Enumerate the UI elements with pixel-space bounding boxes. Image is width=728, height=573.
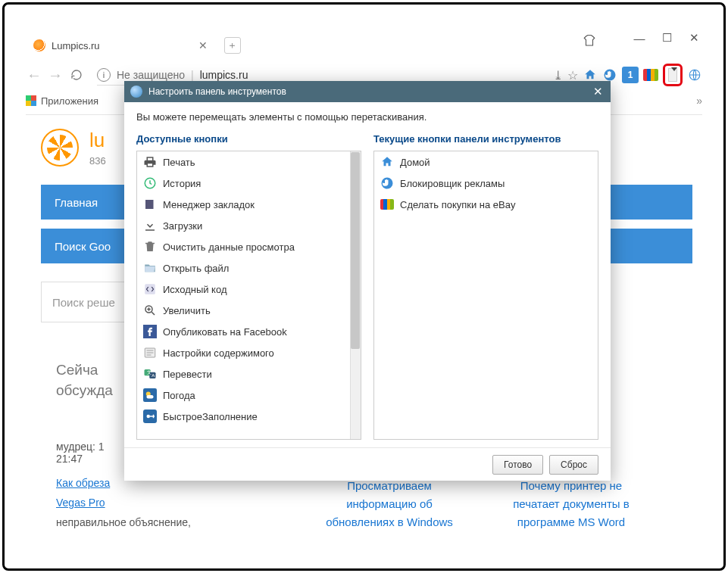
toolbar-item-translate[interactable]: 文AПеревести [137,363,350,385]
svg-point-14 [147,415,151,419]
site-counter: 836 [89,155,106,167]
toolbar-item-downloads[interactable]: Загрузки [137,215,350,236]
facebook-icon [143,325,157,338]
toolbar-item-facebook[interactable]: Опубликовать на Facebook [137,321,350,342]
toolbar-item-label: БыстроеЗаполнение [163,411,258,422]
done-button[interactable]: Готово [492,455,543,475]
toolbar-item-content[interactable]: Настройки содержимого [137,342,350,363]
dialog-description: Вы можете перемещать элементы с помощью … [124,102,611,126]
svg-text:A: A [152,373,155,378]
toolbar-item-label: Увеличить [163,305,211,316]
toolbar-item-label: Исходный код [163,284,227,295]
toolbar-item-print[interactable]: Печать [137,151,350,173]
toolbar-item-label: Очистить данные просмотра [163,241,295,253]
discuss-heading: Сейча обсужда [56,360,113,400]
clear-icon [143,240,157,254]
toolbar-item-zoom[interactable]: Увеличить [137,300,350,321]
svg-text:文: 文 [147,369,152,375]
history-icon [143,176,157,190]
translate-icon: 文A [143,367,157,381]
toolbar-item-home[interactable]: Домой [374,151,598,173]
customize-toolbar-dialog: Настроить панель инструментов ✕ Вы может… [124,81,611,481]
open-icon [143,261,157,275]
tab-favicon [33,39,45,51]
toolbar-item-label: История [163,178,201,189]
toolbar-item-ebay[interactable]: Сделать покупки на eBay [374,194,598,215]
toolbar-item-clear[interactable]: Очистить данные просмотра [137,236,350,257]
security-label: Не защищено [117,69,185,81]
window-minimize-button[interactable]: — [634,33,645,43]
article-link[interactable]: Просматриваеминформацию обобновлениях в … [314,477,465,531]
toolbar-item-history[interactable]: История [137,173,350,194]
dialog-titlebar[interactable]: Настроить панель инструментов ✕ [124,81,611,102]
toolbar-item-label: Опубликовать на Facebook [163,326,287,338]
ebay-icon[interactable] [643,69,658,81]
toolbar-item-label: Загрузки [163,220,202,232]
toolbar-item-label: Перевести [163,369,212,380]
print-icon [143,155,157,169]
site-logo [41,129,79,167]
reset-button[interactable]: Сброс [549,455,598,475]
tshirt-icon[interactable] [583,34,596,46]
toolbar-item-label: Печать [163,157,195,168]
weather-icon [143,388,157,402]
dialog-title: Настроить панель инструментов [148,86,286,97]
back-button[interactable]: ← [26,67,42,83]
article-link[interactable]: Как обреза [56,477,110,489]
current-buttons-list[interactable]: ДомойБлокировщик рекламыСделать покупки … [373,151,598,440]
bookmark-star-icon[interactable]: ☆ [567,68,578,83]
toolbar-item-autofill[interactable]: БыстроеЗаполнение [137,406,350,427]
comment-text: неправильное объяснение, [56,516,191,528]
available-buttons-list[interactable]: ПечатьИсторияМенеджер закладокЗагрузкиОч… [136,151,361,440]
toolbar-item-open[interactable]: Открыть файл [137,257,350,279]
titlebar: Lumpics.ru ✕ ＋ — ☐ ✕ [26,33,702,58]
window-close-button[interactable]: ✕ [689,33,699,43]
toolbar-item-source[interactable]: Исходный код [137,279,350,300]
dialog-icon [130,86,142,98]
toolbar-item-weather[interactable]: Погода [137,385,350,406]
toolbar-item-label: Менеджер закладок [163,199,255,210]
content-icon [143,346,157,360]
tab-title: Lumpics.ru [52,40,100,51]
bookmarks-overflow-icon[interactable]: » [696,95,702,107]
comment-meta: мудрец: 1 21:47 [56,441,105,465]
article-link[interactable]: Vegas Pro [56,497,105,509]
toolbar-item-label: Погода [163,390,195,401]
adblock-icon [380,176,394,190]
url-text: lumpics.ru [200,69,248,81]
bookmarks-icon [143,198,157,211]
dialog-close-button[interactable]: ✕ [591,85,605,98]
toolbar-item-label: Сделать покупки на eBay [400,199,516,210]
toolbar-item-adblock[interactable]: Блокировщик рекламы [374,173,598,194]
toolbar-item-label: Открыть файл [163,263,229,274]
source-icon [143,282,157,296]
forward-button[interactable]: → [47,67,64,83]
home-icon [380,155,394,169]
scrollbar[interactable] [350,151,361,439]
toolbar-item-bookmarks[interactable]: Менеджер закладок [137,194,350,215]
reload-button[interactable] [68,67,85,83]
window-maximize-button[interactable]: ☐ [661,33,672,43]
adblock-icon[interactable] [602,67,617,83]
tab-close-button[interactable]: ✕ [197,39,209,51]
new-tab-button[interactable]: ＋ [224,37,241,54]
bookmark-menu-icon[interactable]: ⤓ [553,68,563,83]
toolbar-item-label: Настройки содержимого [163,347,274,359]
separator: | [191,69,194,81]
notification-badge[interactable]: 1 [622,67,639,83]
apps-icon[interactable] [26,95,36,106]
home-icon[interactable] [583,67,598,83]
svg-rect-16 [153,415,155,419]
downloads-icon [143,219,157,232]
site-info-icon[interactable]: i [97,68,111,82]
toolbar-overflow-dropdown[interactable] [663,64,683,86]
article-link[interactable]: Почему принтер непечатает документы впро… [488,477,655,531]
globe-icon[interactable] [687,67,702,83]
apps-label[interactable]: Приложения [41,95,98,107]
available-buttons-heading: Доступные кнопки [136,130,361,151]
browser-tab[interactable]: Lumpics.ru ✕ [26,36,217,54]
site-name: lu [89,129,106,152]
zoom-icon [143,304,157,317]
toolbar-item-label: Домой [400,157,430,168]
toolbar-item-label: Блокировщик рекламы [400,178,505,189]
